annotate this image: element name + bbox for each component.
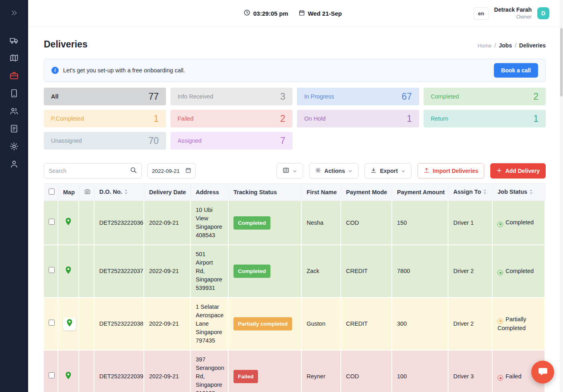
column-header-job_status[interactable]: Job Status bbox=[493, 183, 545, 201]
column-label: Payment Amount bbox=[397, 189, 445, 195]
breadcrumb-separator: / bbox=[494, 42, 496, 49]
breadcrumb: Home / Jobs / Deliveries bbox=[478, 42, 546, 49]
sidebar-item-vehicles[interactable] bbox=[7, 36, 21, 45]
do-no-cell: DET2523222038 bbox=[94, 298, 144, 351]
tracking-status-badge: Completed bbox=[233, 216, 270, 230]
status-card-label: On Hold bbox=[304, 115, 326, 122]
status-card-info-received[interactable]: Info Received 3 bbox=[170, 88, 293, 105]
status-card-failed[interactable]: Failed 2 bbox=[170, 110, 293, 127]
status-card-label: P.Completed bbox=[51, 115, 84, 122]
actions-button[interactable]: Actions bbox=[309, 163, 358, 179]
address-cell: 501 Airport Rd, Singapore 539931 bbox=[191, 245, 229, 298]
payment-amount-cell: 150 bbox=[392, 201, 448, 245]
breadcrumb-jobs[interactable]: Jobs bbox=[499, 42, 512, 49]
current-date: Wed 21-Sep bbox=[299, 10, 342, 17]
sidebar-item-jobs[interactable] bbox=[7, 71, 21, 81]
status-card-label: Return bbox=[431, 115, 448, 122]
payment-mode-cell: COD bbox=[341, 351, 392, 392]
top-header: 03:29:05 pm Wed 21-Sep en Detrack Farah … bbox=[28, 0, 563, 27]
status-card-assigned[interactable]: Assigned 7 bbox=[170, 132, 293, 150]
avatar[interactable]: D bbox=[537, 7, 549, 19]
search-input[interactable] bbox=[49, 168, 130, 174]
photo-cell bbox=[79, 298, 94, 351]
assign-to-cell: Driver 1 bbox=[448, 201, 493, 245]
search-box bbox=[44, 163, 142, 179]
column-settings-button[interactable] bbox=[276, 163, 303, 179]
toolbar: Actions Export Import Deliveries Add Del… bbox=[44, 163, 546, 179]
status-card-all[interactable]: All 77 bbox=[44, 88, 166, 105]
sort-icon bbox=[124, 189, 128, 196]
status-card-return[interactable]: Return 1 bbox=[424, 110, 546, 127]
info-icon: i bbox=[51, 67, 59, 74]
map-pin-button[interactable] bbox=[64, 266, 73, 277]
chat-bubble-icon bbox=[538, 366, 548, 378]
row-checkbox[interactable] bbox=[49, 320, 55, 326]
column-label: Map bbox=[63, 189, 75, 195]
sidebar-item-account[interactable] bbox=[7, 160, 21, 169]
upload-icon bbox=[424, 167, 430, 174]
map-pin-button[interactable] bbox=[64, 371, 73, 382]
sort-icon bbox=[529, 189, 533, 196]
calendar-icon bbox=[185, 167, 191, 175]
do-no-cell: DET2523222039 bbox=[94, 351, 144, 392]
column-header-payment_mode: Payment Mode bbox=[341, 183, 392, 201]
user-role: Owner bbox=[494, 14, 532, 20]
status-card-count: 1 bbox=[407, 113, 412, 124]
import-label: Import Deliveries bbox=[433, 168, 479, 174]
sidebar-item-records[interactable] bbox=[7, 124, 21, 134]
user-name: Detrack Farah bbox=[494, 6, 532, 14]
date-filter bbox=[147, 163, 196, 179]
first-name-cell: Nesha bbox=[302, 201, 341, 245]
row-checkbox[interactable] bbox=[49, 267, 55, 273]
add-delivery-button[interactable]: Add Delivery bbox=[490, 163, 546, 179]
select-all-checkbox[interactable] bbox=[49, 189, 55, 195]
status-card-p-completed[interactable]: P.Completed 1 bbox=[44, 110, 166, 127]
sidebar-item-map[interactable] bbox=[7, 53, 21, 63]
column-header-assign_to[interactable]: Assign To bbox=[448, 183, 493, 201]
calendar-icon bbox=[299, 10, 305, 17]
column-header-map: Map bbox=[58, 183, 79, 201]
language-button[interactable]: en bbox=[473, 7, 488, 20]
column-header-delivery_date: Delivery Date bbox=[144, 183, 191, 201]
status-card-completed[interactable]: Completed 2 bbox=[424, 88, 546, 105]
date-text: Wed 21-Sep bbox=[308, 10, 342, 17]
sidebar-collapse-button[interactable] bbox=[10, 9, 18, 18]
status-card-count: 1 bbox=[533, 113, 538, 124]
table-row: DET2523222036 2022-09-21 10 Ubi View Sin… bbox=[44, 201, 545, 245]
export-button[interactable]: Export bbox=[364, 163, 411, 179]
column-header-do_no[interactable]: D.O. No. bbox=[94, 183, 144, 201]
breadcrumb-home[interactable]: Home bbox=[478, 43, 492, 49]
job-status-cell: Completed bbox=[493, 245, 545, 298]
date-input[interactable] bbox=[152, 168, 183, 174]
sidebar-item-team[interactable] bbox=[7, 107, 21, 116]
sidebar bbox=[0, 0, 28, 392]
job-status-icon bbox=[497, 318, 503, 324]
assign-to-cell: Driver 2 bbox=[448, 245, 493, 298]
status-card-on-hold[interactable]: On Hold 1 bbox=[297, 110, 419, 127]
payment-mode-cell: CREDIT bbox=[341, 298, 392, 351]
onboarding-banner: i Let's get you set-up with a free onboa… bbox=[44, 59, 546, 82]
column-label: Address bbox=[196, 189, 219, 195]
chevron-down-icon bbox=[293, 169, 297, 173]
map-pin-button[interactable] bbox=[63, 318, 76, 330]
row-checkbox[interactable] bbox=[49, 219, 55, 225]
row-checkbox[interactable] bbox=[49, 372, 55, 378]
import-deliveries-button[interactable]: Import Deliveries bbox=[418, 163, 485, 179]
status-card-in-progress[interactable]: In Progress 67 bbox=[297, 88, 419, 105]
status-card-unassigned[interactable]: Unassigned 70 bbox=[44, 132, 166, 150]
status-card-count: 3 bbox=[280, 91, 285, 102]
download-icon bbox=[371, 167, 377, 174]
column-label: Assign To bbox=[453, 189, 481, 195]
map-pin-button[interactable] bbox=[64, 217, 73, 228]
map-pin-icon bbox=[64, 371, 73, 382]
scrollbar-thumb[interactable] bbox=[560, 28, 563, 96]
status-card-label: Assigned bbox=[178, 138, 202, 144]
clock-icon bbox=[244, 9, 250, 17]
book-a-call-button[interactable]: Book a call bbox=[494, 63, 538, 78]
address-cell: 1 Selatar Aerospace Lane Singapore 79743… bbox=[191, 298, 229, 351]
briefcase-icon bbox=[9, 71, 19, 82]
sidebar-item-devices[interactable] bbox=[7, 89, 21, 99]
status-card-count: 67 bbox=[401, 91, 412, 102]
chat-widget-button[interactable] bbox=[531, 361, 554, 384]
sidebar-item-settings[interactable] bbox=[7, 142, 21, 152]
